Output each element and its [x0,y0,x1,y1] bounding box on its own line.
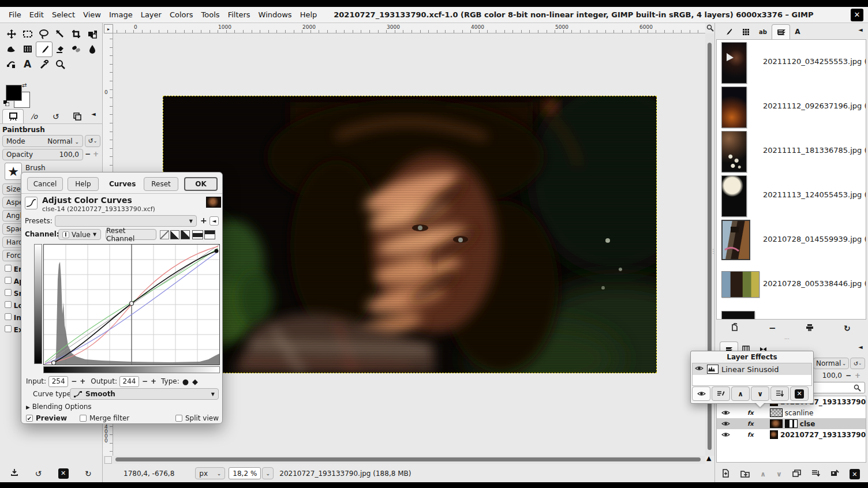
new-layer-icon[interactable] [721,469,730,479]
restore-preset-icon[interactable]: ↺ [35,469,42,478]
default-colors-icon[interactable] [3,100,9,108]
paths-tool-icon[interactable] [3,57,19,71]
effect-lower-button[interactable]: ∨ [751,386,769,401]
ruler-corner-menu-icon[interactable]: ▸ [104,24,113,33]
split-view-checkbox[interactable] [175,415,182,422]
gradient-tool-icon[interactable] [20,42,35,56]
tab-undo-history[interactable]: ↺ [45,109,66,124]
paintbrush-tool-icon[interactable] [36,42,53,57]
zoom-dropdown-icon[interactable]: ⌄ [262,467,274,479]
horizontal-ruler[interactable]: 0 1000 2000 3000 4000 5000 6000 [113,23,705,33]
dock-splitter-grip[interactable]: ⋯ [784,336,790,341]
move-tool-icon[interactable] [3,27,19,41]
reset-button[interactable]: Reset [144,177,178,191]
layer-row-base[interactable]: fx 20210727_193133790 [717,429,866,440]
canvas-image[interactable] [163,96,657,373]
quickmask-toggle-icon[interactable] [104,456,112,464]
save-preset-icon[interactable] [10,468,18,478]
effect-visibility-button[interactable] [692,386,710,401]
menu-colors[interactable]: Colors [166,10,197,19]
fx-badge[interactable]: fx [747,410,754,416]
image-row-1[interactable]: 20211120_034255553.jpg (2598 × 4 [717,40,866,84]
layer-mode-reset-button[interactable]: ↺⌄ [850,358,865,369]
menu-help[interactable]: Help [296,10,321,19]
clone-tool-icon[interactable] [68,42,84,56]
menu-edit[interactable]: Edit [25,10,48,19]
delete-preset-icon[interactable]: ✕ [58,468,69,479]
eye-icon[interactable] [721,421,730,427]
crop-tool-icon[interactable] [68,27,84,41]
layer-opacity-minus[interactable]: − [845,371,851,380]
opacity-plus-button[interactable]: + [93,150,99,158]
delete-layer-icon[interactable]: ✕ [850,469,860,479]
log-histogram-icon[interactable] [170,230,179,239]
tab-device-status[interactable]: /o [24,109,45,124]
effect-raise-button[interactable]: ∧ [731,386,750,401]
menu-image[interactable]: Image [105,10,137,19]
merge-layer-icon[interactable] [811,470,820,479]
tab-tool-options[interactable] [2,109,24,123]
cancel-button[interactable]: Cancel [27,177,63,191]
unit-dropdown[interactable]: px⌄ [195,467,225,479]
image-row-6[interactable]: 20210728_005338446.jpg (6000 × [717,262,866,306]
close-icon[interactable]: ✕ [851,9,863,21]
output-value-field[interactable]: 244 [119,376,139,387]
hscrollbar-thumb[interactable] [115,457,701,461]
canvas-hscrollbar[interactable] [113,456,705,464]
zoom-tool-icon[interactable] [52,57,68,71]
layer-opacity-plus[interactable]: + [855,371,860,380]
preset-menu-icon[interactable]: ◄ [209,216,219,226]
reset-channel-button[interactable]: Reset Channel [106,229,156,240]
eye-icon[interactable] [721,431,730,438]
input-plus-icon[interactable]: + [80,377,85,385]
merge-filter-checkbox[interactable] [80,415,87,422]
curve-type-dropdown[interactable]: Smooth ▼ [70,388,219,400]
tab-fonts[interactable]: ab [754,24,772,39]
images-tab-menu-icon[interactable]: ◄ [858,27,863,33]
duplicate-layer-icon[interactable] [792,470,801,479]
reset-preset-icon[interactable]: ↻ [85,469,92,478]
toolbox-tab-menu-icon[interactable]: ◄ [91,111,96,117]
zoom-follow-icon[interactable] [706,24,714,33]
rect-select-tool-icon[interactable] [20,27,35,41]
image-row-7-partial[interactable] [717,306,866,319]
swap-colors-icon[interactable]: ⇄ [22,82,27,88]
input-value-field[interactable]: 254 [48,376,68,387]
bucket-fill-tool-icon[interactable] [3,42,19,56]
presets-dropdown[interactable]: ▼ [55,215,197,227]
blur-tool-icon[interactable] [84,42,100,56]
refresh-icon[interactable]: ↻ [844,324,851,333]
curve-point-mid[interactable] [130,302,134,306]
layer-row-scanline[interactable]: fx scanline [717,407,866,418]
menu-windows[interactable]: Windows [255,10,296,19]
value-curve[interactable] [54,251,216,363]
eye-icon[interactable] [721,410,730,416]
color-picker-tool-icon[interactable] [36,57,51,71]
blending-options-expander[interactable]: ▶ Blending Options [26,403,92,411]
remove-image-icon[interactable]: − [769,323,776,333]
print-icon[interactable] [805,324,814,333]
curve-point-selected[interactable] [215,249,219,253]
open-image-icon[interactable] [731,323,739,333]
curves-graph[interactable] [43,244,220,365]
image-row-3[interactable]: 20211111_181336785.jpg (2598 × 46 [717,129,866,173]
image-row-2[interactable]: 20211112_092637196.jpg (2598 × 46 [717,84,866,129]
anchor-mask-icon[interactable] [830,470,839,479]
menu-file[interactable]: File [5,10,25,19]
histogram-scale-icon[interactable] [181,230,190,239]
image-row-4[interactable]: 20211113_124055453.jpg (2598 × 46 [717,173,866,217]
image-row-5-selected[interactable]: 20210728_014559939.jpg (2702 × 3 [717,217,866,262]
fuzzy-select-tool-icon[interactable] [52,27,68,41]
zoom-input[interactable]: 18,2 % [229,467,261,479]
effect-delete-button[interactable]: ✕ [790,386,809,401]
effect-merge-button[interactable] [770,386,789,401]
curve-point-start[interactable] [52,361,56,365]
foreground-color-swatch[interactable] [6,85,22,101]
layer-effect-row[interactable]: Linear Sinusoid [693,363,811,375]
tab-brushes[interactable] [720,24,737,39]
new-group-icon[interactable] [740,470,750,479]
help-button[interactable]: Help [68,177,99,191]
layers-tab-menu-icon[interactable]: ◄ [858,344,863,350]
opacity-slider[interactable]: Opacity100,0 [2,149,83,160]
menu-filters[interactable]: Filters [224,10,255,19]
